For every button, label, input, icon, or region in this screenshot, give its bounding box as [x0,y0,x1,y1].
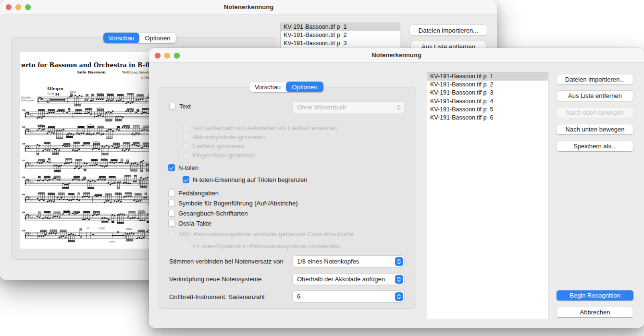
bogenfuehrung-row: Symbole für Bogenführung (Auf-/Abstriche… [168,200,298,206]
tab-optionen[interactable]: Optionen [286,82,323,92]
close-button[interactable] [6,4,12,10]
tab-vorschau[interactable]: Vorschau [103,33,139,43]
ntolen-checkbox[interactable] [168,164,175,171]
stimmen-verbinden-value: 1/8 eines Notenkopfes [297,258,359,265]
import-files-button[interactable]: Dateien importieren... [557,74,633,84]
list-item[interactable]: KV-191-Bassoon.tif p 2 [427,81,548,89]
checkbox-label: Symbole für Bogenführung (Auf-/Abstriche… [178,200,298,207]
fingersaetze-checkbox[interactable] [183,152,189,158]
svg-text:♭: ♭ [32,233,33,237]
griffbrett-label: Griffbrett-Instrument: Saitenanzahl [169,293,264,300]
svg-text:♭: ♭ [32,146,33,150]
chevron-up-down-icon [395,275,403,284]
svg-text:Solo Bassoon: Solo Bassoon [77,70,106,74]
list-item[interactable]: KV-191-Bassoon.tif p 5 [427,106,548,114]
svg-text:♭: ♭ [53,215,54,217]
tab-vorschau[interactable]: Vorschau [249,82,286,92]
ntolen-row: N-tolen [168,164,198,171]
svg-text:Concerto for Bassoon and Orche: Concerto for Bassoon and Orchestra in B-… [20,61,169,69]
svg-text:68: 68 [22,229,25,232]
svg-text:♭: ♭ [50,200,51,202]
ntolen-triolen-row: N-tolen-Erkennung auf Triolen begrenzen [183,176,307,183]
list-item[interactable]: KV-191-Bassoon.tif p 1 [427,72,548,81]
background-titlebar: Notenerkennung [0,0,497,14]
svg-text:ossia: ossia [109,240,115,243]
svg-text:60: 60 [22,193,25,196]
svg-text:64: 64 [22,211,25,214]
remove-from-list-button[interactable]: Aus Liste entfernen [557,91,633,101]
svg-text:♭: ♭ [51,178,52,180]
akkordsymbole-row: Akkordsymbole ignorieren [183,133,265,140]
svg-text:TUTTI: TUTTI [98,228,105,230]
gesangbuch-row: Gesangbuch-Schriftarten [168,210,248,216]
svg-text:Principale: Principale [21,99,34,102]
list-item[interactable]: KV-191-Bassoon.tif p 3 [427,89,548,97]
dictionary-dropdown[interactable]: Ohne Wörterbuch [293,102,404,113]
checkbox-label: Text außerhalb von Akkoladen als Liedtex… [193,124,337,132]
dictionary-value: Ohne Wörterbuch [297,104,347,111]
liedtext-erkennen-checkbox[interactable] [183,125,189,131]
tab-optionen[interactable]: Optionen [139,33,176,43]
svg-text:♭: ♭ [86,133,87,135]
zoom-button[interactable] [174,53,180,59]
checkbox-label: TAB, Perkussionssysteme und/oder getrenn… [178,230,353,238]
verknuepfung-dropdown[interactable]: Oberhalb der Akkolade anfügen [293,274,404,285]
text-checkbox[interactable] [169,103,176,109]
minimize-button[interactable] [164,53,170,59]
tab-perkussion-checkbox[interactable] [168,230,175,237]
svg-text:C: C [46,99,49,104]
akkordsymbole-checkbox[interactable] [183,134,189,140]
cancel-button[interactable]: Abbrechen [557,307,633,317]
checkbox-label: Fingersätze ignorieren [193,152,255,159]
pedalangaben-checkbox[interactable] [168,190,175,196]
minimize-button[interactable] [15,4,21,10]
begin-recognition-button[interactable]: Begin Recognition [557,290,633,300]
ossia-checkbox[interactable] [168,220,175,227]
chevron-up-down-icon [395,257,403,266]
sheet-music-svg: Concerto for Bassoon and Orchestra in B-… [20,52,169,249]
import-files-button[interactable]: Dateien importieren... [410,25,487,36]
vier-linien-row: 4-Linien-Systeme in Perkussionssysteme u… [183,242,340,249]
svg-text:♭: ♭ [38,199,39,202]
list-item[interactable]: KV-191-Bassoon.tif p 2 [281,31,400,39]
move-down-button[interactable]: Nach unten bewegen [557,124,633,134]
checkbox-label: N-tolen-Erkennung auf Triolen begrenzen [193,176,307,183]
checkbox-label: Akkordsymbole ignorieren [193,133,265,141]
ntolen-triolen-checkbox[interactable] [183,176,189,183]
svg-text:Allegro: Allegro [46,86,63,91]
text-checkbox-label: Text [179,103,191,110]
list-item[interactable]: KV-191-Bassoon.tif p 3 [281,39,400,48]
list-item[interactable]: KV-191-Bassoon.tif p 1 [281,23,400,31]
verknuepfung-value: Oberhalb der Akkolade anfügen [297,276,385,283]
gesangbuch-checkbox[interactable] [168,210,175,216]
text-checkbox-row: Text [169,103,191,109]
move-up-button[interactable]: Nach oben bewegen [557,108,633,118]
zoom-button[interactable] [25,4,31,10]
svg-text:SOLO: SOLO [126,228,132,230]
checkbox-label: Pedalangaben [178,190,219,197]
bogenfuehrung-checkbox[interactable] [168,200,175,206]
svg-text:♭: ♭ [32,163,33,167]
window-title: Notenerkennung [0,0,497,14]
svg-text:TUTTI: TUTTI [47,92,54,95]
griffbrett-dropdown[interactable]: 6 [293,291,404,302]
svg-text:♭: ♭ [146,230,147,233]
list-item[interactable]: KV-191-Bassoon.tif p 4 [427,97,548,106]
liedtext-ignorieren-checkbox[interactable] [183,143,189,149]
svg-text:♭: ♭ [97,179,98,181]
save-as-button[interactable]: Speichern als... [557,141,633,151]
checkbox-label: 4-Linien-Systeme in Perkussionssysteme u… [192,242,340,250]
sheet-music-preview: Concerto for Bassoon and Orchestra in B-… [20,52,169,249]
griffbrett-value: 6 [297,293,300,300]
svg-text:♭: ♭ [32,215,33,218]
ossia-row: Ossia-Takte [168,220,211,227]
liedtext-ignorieren-row: Liedtext ignorieren [183,143,244,149]
vier-linien-checkbox[interactable] [183,243,189,249]
list-item[interactable]: KV-191-Bassoon.tif p 6 [427,114,548,122]
svg-text:8: 8 [117,230,119,234]
stimmen-verbinden-dropdown[interactable]: 1/8 eines Notenkopfes [293,256,404,267]
pedalangaben-row: Pedalangaben [168,190,219,196]
svg-text:♭: ♭ [32,197,33,201]
svg-text:♭: ♭ [71,212,72,215]
close-button[interactable] [155,53,161,59]
